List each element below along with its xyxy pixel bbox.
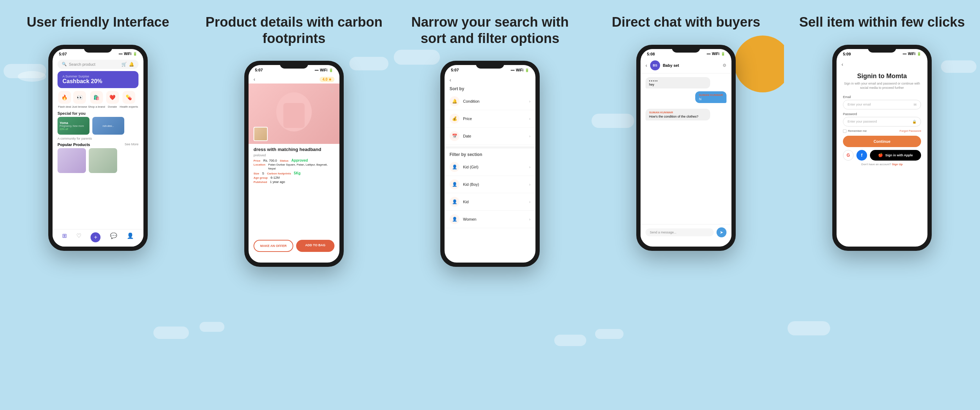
back-btn-2[interactable]: ‹ xyxy=(253,77,255,82)
notch-2 xyxy=(280,61,308,69)
filter-kid-girl[interactable]: 👤 Kid (Girl) › xyxy=(445,158,535,176)
filter-header: ‹ xyxy=(445,73,535,84)
password-label: Password xyxy=(843,112,921,116)
notch-1 xyxy=(84,45,112,53)
signup-link[interactable]: Sign Up xyxy=(892,163,903,166)
cat-health[interactable]: 💊 Health experts xyxy=(120,91,138,109)
nav-wishlist[interactable]: ♡ xyxy=(76,232,81,242)
categories-row: 🔥 Flash deal 👀 Just browse 🛍️ Shop a bra… xyxy=(57,91,138,109)
kid-girl-icon: 👤 xyxy=(450,162,460,172)
kid-boy-arrow: › xyxy=(529,182,530,187)
panel-4-title: Direct chat with buyers xyxy=(612,14,760,30)
size-label: Size xyxy=(253,172,259,175)
cart-icon[interactable]: 🛒 xyxy=(121,62,127,67)
kid-icon: 👤 xyxy=(450,197,460,207)
msg-1: ••••• hey xyxy=(646,77,710,88)
bell-icon[interactable]: 🔔 xyxy=(129,62,134,67)
msg-1-dots: ••••• xyxy=(649,79,706,83)
notch-3 xyxy=(476,61,504,69)
brand-yoma[interactable]: Yoma Pregnancy, New mom 20% off xyxy=(57,117,89,135)
filter-date[interactable]: 📅 Date › xyxy=(445,128,535,145)
facebook-signin-btn[interactable]: f xyxy=(856,150,867,161)
product-2[interactable] xyxy=(89,148,117,173)
date-icon: 📅 xyxy=(450,131,460,141)
signal-icon: ▪▪▪ xyxy=(119,52,123,56)
product-2-img xyxy=(89,148,117,173)
msg-2-text: hi xyxy=(699,97,723,101)
password-input-wrap[interactable]: Enter your password 🔒 xyxy=(843,117,921,126)
time-4: 5:08 xyxy=(647,52,655,56)
screen-1: 5:07 ▪▪▪ WiFi 🔋 🔍 Search product 🛒 🔔 A S… xyxy=(52,49,143,247)
products-row xyxy=(57,148,138,173)
date-filter-label: Date xyxy=(463,134,529,138)
special-title: Special for you xyxy=(57,111,138,115)
cat-just-browse[interactable]: 👀 Just browse xyxy=(72,91,88,109)
published-row: Published 1 year ago xyxy=(253,180,334,184)
phone-frame-5: 5:09 ▪▪▪WiFi🔋 ‹ Signin to Momta Sign in … xyxy=(832,45,932,251)
email-input-wrap[interactable]: Enter your email ✉ xyxy=(843,100,921,109)
remember-me[interactable]: Remember me xyxy=(843,129,867,133)
search-bar[interactable]: 🔍 Search product 🛒 🔔 xyxy=(57,60,138,69)
price-arrow: › xyxy=(529,116,530,121)
product-image-area: ♡ xyxy=(248,83,339,144)
make-offer-button[interactable]: MAKE AN OFFER xyxy=(253,240,293,252)
filter-kid-boy[interactable]: 👤 Kid (Boy) › xyxy=(445,176,535,193)
signin-content: Signin to Momta Sign in with your email … xyxy=(837,69,928,169)
apple-signin-btn[interactable]: 🍎 Sign in with Apple xyxy=(870,150,921,161)
filter-price[interactable]: 💰 Price › xyxy=(445,110,535,128)
email-input[interactable]: Enter your email xyxy=(848,103,913,106)
price-label: Price xyxy=(253,159,261,163)
continue-button[interactable]: Continue xyxy=(843,136,921,147)
age-row: Age group 6-12M xyxy=(253,176,334,179)
filter-kid[interactable]: 👤 Kid › xyxy=(445,193,535,211)
promo-banner[interactable]: A Summer Surpise Cashback 20% xyxy=(57,71,138,88)
nav-home[interactable]: ⊞ xyxy=(62,232,67,242)
brand-nsh-label: nsh.desi... xyxy=(103,125,114,127)
published-label: Published xyxy=(253,180,267,184)
donate-label: Donate xyxy=(108,105,117,109)
product-thumb[interactable] xyxy=(253,127,268,141)
nav-profile[interactable]: 👤 xyxy=(127,232,134,242)
flash-deal-icon: 🔥 xyxy=(58,91,71,104)
condition-label: Condition xyxy=(463,99,529,104)
panel-1-title: User friendly Interface xyxy=(27,14,169,30)
filter-women[interactable]: 👤 Women › xyxy=(445,211,535,228)
carbon-value: 5Kg xyxy=(294,171,301,175)
banner-title: Cashback 20% xyxy=(62,78,134,85)
cat-donate[interactable]: ❤️ Donate xyxy=(106,91,119,109)
password-input[interactable]: Enter your password xyxy=(848,120,912,123)
product-1[interactable] xyxy=(57,148,86,173)
signin-title: Signin to Momta xyxy=(843,72,921,80)
brand-nsh[interactable]: nsh.desi... xyxy=(92,117,124,135)
add-to-bag-button[interactable]: ADD TO BAG xyxy=(296,240,334,252)
just-browse-icon: 👀 xyxy=(73,91,86,104)
preloved-badge: preloved xyxy=(253,153,334,157)
google-signin-btn[interactable]: G xyxy=(843,150,854,161)
cat-flash-deal[interactable]: 🔥 Flash deal xyxy=(58,91,71,109)
women-icon: 👤 xyxy=(450,214,460,224)
msg-3-sender: SUMAN KUNWAR xyxy=(649,111,706,114)
filter-by-section-label: Filter by section xyxy=(445,150,535,158)
location-row: Location Patan Durbar Square, Patan, Lal… xyxy=(253,163,334,171)
settings-icon[interactable]: ⚙ xyxy=(722,63,727,68)
chat-header: ‹ BS Baby set ⚙ xyxy=(641,57,732,73)
forgot-password-link[interactable]: Forgot Password xyxy=(900,129,921,132)
wishlist-icon-2[interactable]: ♡ xyxy=(329,87,334,94)
back-btn-5[interactable]: ‹ xyxy=(842,61,843,67)
size-value: S xyxy=(262,172,264,175)
search-actions: 🛒 🔔 xyxy=(121,62,134,67)
msg-2-sender: SUMAN KUNWAR xyxy=(699,93,723,97)
nav-chat[interactable]: 💬 xyxy=(110,232,117,242)
see-more-link[interactable]: See More xyxy=(125,142,138,147)
remember-checkbox[interactable] xyxy=(843,129,846,133)
chat-input[interactable]: Send a message... xyxy=(646,228,714,236)
filter-condition[interactable]: 🔔 Condition › xyxy=(445,93,535,110)
back-btn-3[interactable]: ‹ xyxy=(450,77,451,83)
back-btn-4[interactable]: ‹ xyxy=(646,62,647,68)
nav-add[interactable]: + xyxy=(91,232,100,242)
search-text: Search product xyxy=(69,62,95,67)
cat-shop-brand[interactable]: 🛍️ Shop a brand xyxy=(88,91,105,109)
wifi-icon: WiFi xyxy=(124,52,131,56)
status-icons-4: ▪▪▪WiFi🔋 xyxy=(706,52,725,56)
send-button[interactable]: ➤ xyxy=(716,227,727,237)
